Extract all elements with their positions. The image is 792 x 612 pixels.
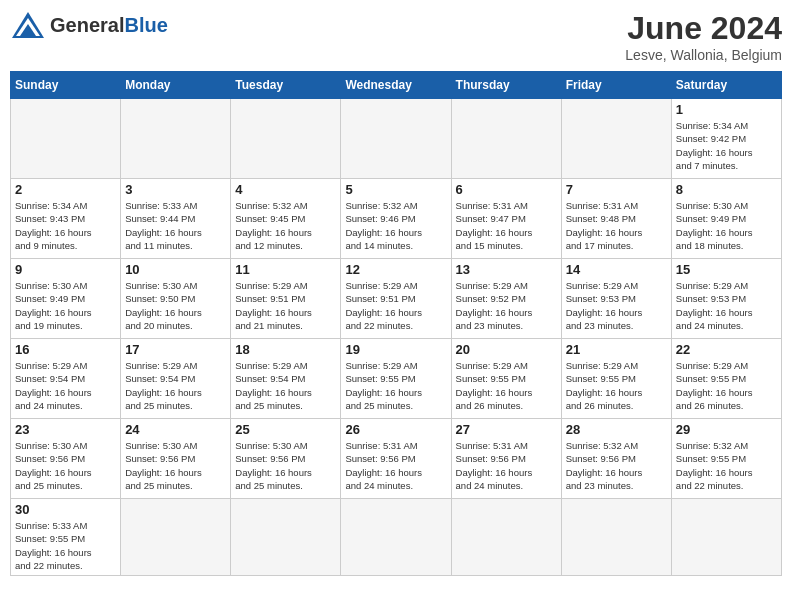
day-header-thursday: Thursday	[451, 72, 561, 99]
day-number: 29	[676, 422, 777, 437]
calendar-header-row: SundayMondayTuesdayWednesdayThursdayFrid…	[11, 72, 782, 99]
day-info: Sunrise: 5:29 AM Sunset: 9:55 PM Dayligh…	[676, 359, 777, 412]
day-info: Sunrise: 5:29 AM Sunset: 9:53 PM Dayligh…	[566, 279, 667, 332]
day-info: Sunrise: 5:29 AM Sunset: 9:51 PM Dayligh…	[345, 279, 446, 332]
calendar-table: SundayMondayTuesdayWednesdayThursdayFrid…	[10, 71, 782, 576]
day-info: Sunrise: 5:29 AM Sunset: 9:54 PM Dayligh…	[15, 359, 116, 412]
week-row-5: 30Sunrise: 5:33 AM Sunset: 9:55 PM Dayli…	[11, 499, 782, 576]
day-number: 27	[456, 422, 557, 437]
calendar-cell	[121, 99, 231, 179]
calendar-cell: 11Sunrise: 5:29 AM Sunset: 9:51 PM Dayli…	[231, 259, 341, 339]
day-number: 20	[456, 342, 557, 357]
calendar-cell: 28Sunrise: 5:32 AM Sunset: 9:56 PM Dayli…	[561, 419, 671, 499]
day-info: Sunrise: 5:29 AM Sunset: 9:52 PM Dayligh…	[456, 279, 557, 332]
week-row-3: 16Sunrise: 5:29 AM Sunset: 9:54 PM Dayli…	[11, 339, 782, 419]
calendar-cell: 21Sunrise: 5:29 AM Sunset: 9:55 PM Dayli…	[561, 339, 671, 419]
day-info: Sunrise: 5:30 AM Sunset: 9:56 PM Dayligh…	[125, 439, 226, 492]
day-info: Sunrise: 5:31 AM Sunset: 9:56 PM Dayligh…	[456, 439, 557, 492]
day-number: 17	[125, 342, 226, 357]
day-info: Sunrise: 5:32 AM Sunset: 9:46 PM Dayligh…	[345, 199, 446, 252]
week-row-2: 9Sunrise: 5:30 AM Sunset: 9:49 PM Daylig…	[11, 259, 782, 339]
calendar-title: June 2024	[625, 10, 782, 47]
calendar-cell	[561, 499, 671, 576]
page-container: GeneralBlue June 2024 Lesve, Wallonia, B…	[10, 10, 782, 576]
day-info: Sunrise: 5:34 AM Sunset: 9:42 PM Dayligh…	[676, 119, 777, 172]
day-number: 25	[235, 422, 336, 437]
day-number: 8	[676, 182, 777, 197]
day-info: Sunrise: 5:29 AM Sunset: 9:54 PM Dayligh…	[125, 359, 226, 412]
day-header-wednesday: Wednesday	[341, 72, 451, 99]
day-number: 15	[676, 262, 777, 277]
day-number: 5	[345, 182, 446, 197]
calendar-cell: 9Sunrise: 5:30 AM Sunset: 9:49 PM Daylig…	[11, 259, 121, 339]
day-header-friday: Friday	[561, 72, 671, 99]
calendar-cell: 6Sunrise: 5:31 AM Sunset: 9:47 PM Daylig…	[451, 179, 561, 259]
day-number: 24	[125, 422, 226, 437]
day-number: 7	[566, 182, 667, 197]
day-info: Sunrise: 5:30 AM Sunset: 9:56 PM Dayligh…	[15, 439, 116, 492]
day-number: 12	[345, 262, 446, 277]
calendar-cell	[671, 499, 781, 576]
calendar-cell	[341, 499, 451, 576]
calendar-cell: 25Sunrise: 5:30 AM Sunset: 9:56 PM Dayli…	[231, 419, 341, 499]
day-number: 18	[235, 342, 336, 357]
day-number: 26	[345, 422, 446, 437]
calendar-cell: 7Sunrise: 5:31 AM Sunset: 9:48 PM Daylig…	[561, 179, 671, 259]
day-number: 19	[345, 342, 446, 357]
day-number: 28	[566, 422, 667, 437]
day-header-sunday: Sunday	[11, 72, 121, 99]
day-number: 2	[15, 182, 116, 197]
calendar-cell: 22Sunrise: 5:29 AM Sunset: 9:55 PM Dayli…	[671, 339, 781, 419]
week-row-0: 1Sunrise: 5:34 AM Sunset: 9:42 PM Daylig…	[11, 99, 782, 179]
calendar-cell: 17Sunrise: 5:29 AM Sunset: 9:54 PM Dayli…	[121, 339, 231, 419]
calendar-cell: 30Sunrise: 5:33 AM Sunset: 9:55 PM Dayli…	[11, 499, 121, 576]
day-number: 4	[235, 182, 336, 197]
calendar-cell: 23Sunrise: 5:30 AM Sunset: 9:56 PM Dayli…	[11, 419, 121, 499]
day-header-saturday: Saturday	[671, 72, 781, 99]
day-info: Sunrise: 5:29 AM Sunset: 9:53 PM Dayligh…	[676, 279, 777, 332]
day-info: Sunrise: 5:29 AM Sunset: 9:54 PM Dayligh…	[235, 359, 336, 412]
day-number: 11	[235, 262, 336, 277]
day-info: Sunrise: 5:30 AM Sunset: 9:50 PM Dayligh…	[125, 279, 226, 332]
calendar-cell: 20Sunrise: 5:29 AM Sunset: 9:55 PM Dayli…	[451, 339, 561, 419]
day-number: 21	[566, 342, 667, 357]
day-info: Sunrise: 5:29 AM Sunset: 9:51 PM Dayligh…	[235, 279, 336, 332]
calendar-cell: 29Sunrise: 5:32 AM Sunset: 9:55 PM Dayli…	[671, 419, 781, 499]
calendar-cell	[231, 99, 341, 179]
calendar-cell: 15Sunrise: 5:29 AM Sunset: 9:53 PM Dayli…	[671, 259, 781, 339]
calendar-cell: 24Sunrise: 5:30 AM Sunset: 9:56 PM Dayli…	[121, 419, 231, 499]
calendar-cell	[121, 499, 231, 576]
calendar-cell: 1Sunrise: 5:34 AM Sunset: 9:42 PM Daylig…	[671, 99, 781, 179]
day-info: Sunrise: 5:30 AM Sunset: 9:49 PM Dayligh…	[15, 279, 116, 332]
day-info: Sunrise: 5:31 AM Sunset: 9:48 PM Dayligh…	[566, 199, 667, 252]
calendar-cell: 14Sunrise: 5:29 AM Sunset: 9:53 PM Dayli…	[561, 259, 671, 339]
day-header-monday: Monday	[121, 72, 231, 99]
day-header-tuesday: Tuesday	[231, 72, 341, 99]
day-number: 14	[566, 262, 667, 277]
week-row-4: 23Sunrise: 5:30 AM Sunset: 9:56 PM Dayli…	[11, 419, 782, 499]
day-info: Sunrise: 5:33 AM Sunset: 9:55 PM Dayligh…	[15, 519, 116, 572]
calendar-cell: 16Sunrise: 5:29 AM Sunset: 9:54 PM Dayli…	[11, 339, 121, 419]
calendar-cell: 27Sunrise: 5:31 AM Sunset: 9:56 PM Dayli…	[451, 419, 561, 499]
day-info: Sunrise: 5:30 AM Sunset: 9:56 PM Dayligh…	[235, 439, 336, 492]
calendar-cell: 3Sunrise: 5:33 AM Sunset: 9:44 PM Daylig…	[121, 179, 231, 259]
day-info: Sunrise: 5:29 AM Sunset: 9:55 PM Dayligh…	[345, 359, 446, 412]
calendar-cell: 26Sunrise: 5:31 AM Sunset: 9:56 PM Dayli…	[341, 419, 451, 499]
logo-text: GeneralBlue	[50, 15, 168, 36]
day-number: 3	[125, 182, 226, 197]
logo: GeneralBlue	[10, 10, 168, 40]
day-info: Sunrise: 5:34 AM Sunset: 9:43 PM Dayligh…	[15, 199, 116, 252]
day-number: 22	[676, 342, 777, 357]
day-info: Sunrise: 5:31 AM Sunset: 9:56 PM Dayligh…	[345, 439, 446, 492]
calendar-cell: 5Sunrise: 5:32 AM Sunset: 9:46 PM Daylig…	[341, 179, 451, 259]
calendar-cell: 13Sunrise: 5:29 AM Sunset: 9:52 PM Dayli…	[451, 259, 561, 339]
day-number: 10	[125, 262, 226, 277]
day-info: Sunrise: 5:29 AM Sunset: 9:55 PM Dayligh…	[456, 359, 557, 412]
calendar-cell: 18Sunrise: 5:29 AM Sunset: 9:54 PM Dayli…	[231, 339, 341, 419]
day-number: 16	[15, 342, 116, 357]
day-number: 30	[15, 502, 116, 517]
day-info: Sunrise: 5:29 AM Sunset: 9:55 PM Dayligh…	[566, 359, 667, 412]
day-info: Sunrise: 5:30 AM Sunset: 9:49 PM Dayligh…	[676, 199, 777, 252]
calendar-cell	[341, 99, 451, 179]
week-row-1: 2Sunrise: 5:34 AM Sunset: 9:43 PM Daylig…	[11, 179, 782, 259]
